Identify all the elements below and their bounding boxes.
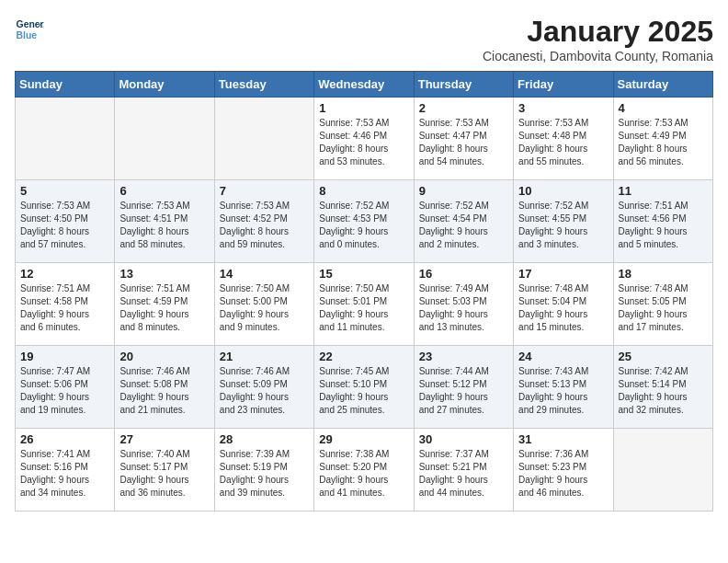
logo-icon: General Blue	[15, 15, 44, 44]
day-info: Sunrise: 7:45 AM Sunset: 5:10 PM Dayligh…	[319, 365, 408, 417]
day-cell: 22Sunrise: 7:45 AM Sunset: 5:10 PM Dayli…	[314, 346, 414, 429]
col-header-friday: Friday	[514, 72, 613, 98]
day-cell: 15Sunrise: 7:50 AM Sunset: 5:01 PM Dayli…	[314, 263, 414, 346]
day-cell: 30Sunrise: 7:37 AM Sunset: 5:21 PM Dayli…	[414, 429, 513, 511]
day-cell	[115, 98, 214, 180]
day-number: 25	[619, 350, 708, 363]
day-number: 13	[119, 267, 209, 281]
day-info: Sunrise: 7:39 AM Sunset: 5:19 PM Dayligh…	[220, 448, 309, 500]
day-cell: 19Sunrise: 7:47 AM Sunset: 5:06 PM Dayli…	[16, 346, 115, 429]
col-header-wednesday: Wednesday	[314, 72, 414, 98]
day-info: Sunrise: 7:42 AM Sunset: 5:14 PM Dayligh…	[619, 365, 708, 417]
day-number: 18	[619, 267, 708, 281]
day-info: Sunrise: 7:53 AM Sunset: 4:47 PM Dayligh…	[419, 117, 508, 168]
day-number: 4	[619, 101, 708, 115]
svg-text:Blue: Blue	[17, 30, 38, 40]
week-row-5: 26Sunrise: 7:41 AM Sunset: 5:16 PM Dayli…	[16, 429, 713, 511]
day-cell: 17Sunrise: 7:48 AM Sunset: 5:04 PM Dayli…	[514, 263, 613, 346]
day-info: Sunrise: 7:36 AM Sunset: 5:23 PM Dayligh…	[518, 448, 608, 500]
day-info: Sunrise: 7:40 AM Sunset: 5:17 PM Dayligh…	[119, 448, 209, 500]
day-cell: 31Sunrise: 7:36 AM Sunset: 5:23 PM Dayli…	[514, 429, 613, 511]
day-number: 15	[319, 267, 408, 281]
day-cell: 23Sunrise: 7:44 AM Sunset: 5:12 PM Dayli…	[414, 346, 513, 429]
day-number: 20	[119, 350, 209, 363]
day-cell: 20Sunrise: 7:46 AM Sunset: 5:08 PM Dayli…	[115, 346, 214, 429]
day-cell: 5Sunrise: 7:53 AM Sunset: 4:50 PM Daylig…	[16, 180, 115, 263]
day-cell: 11Sunrise: 7:51 AM Sunset: 4:56 PM Dayli…	[613, 180, 712, 263]
day-cell: 4Sunrise: 7:53 AM Sunset: 4:49 PM Daylig…	[613, 98, 712, 180]
page-header: General Blue January 2025 Ciocanesti, Da…	[15, 15, 713, 63]
title-block: January 2025 Ciocanesti, Dambovita Count…	[483, 15, 713, 63]
day-number: 9	[419, 184, 508, 198]
day-cell	[16, 98, 115, 180]
day-info: Sunrise: 7:51 AM Sunset: 4:59 PM Dayligh…	[119, 282, 209, 334]
day-header-row: SundayMondayTuesdayWednesdayThursdayFrid…	[16, 72, 713, 98]
day-info: Sunrise: 7:53 AM Sunset: 4:50 PM Dayligh…	[20, 200, 109, 251]
day-number: 17	[518, 267, 608, 281]
day-number: 27	[119, 432, 209, 446]
day-info: Sunrise: 7:43 AM Sunset: 5:13 PM Dayligh…	[518, 365, 608, 417]
day-info: Sunrise: 7:51 AM Sunset: 4:56 PM Dayligh…	[619, 200, 708, 251]
day-number: 6	[119, 184, 209, 198]
day-cell	[613, 429, 712, 511]
day-cell: 26Sunrise: 7:41 AM Sunset: 5:16 PM Dayli…	[16, 429, 115, 511]
day-info: Sunrise: 7:41 AM Sunset: 5:16 PM Dayligh…	[20, 448, 109, 500]
day-number: 5	[20, 184, 109, 198]
logo: General Blue	[15, 15, 44, 44]
day-number: 30	[419, 432, 508, 446]
day-cell: 3Sunrise: 7:53 AM Sunset: 4:48 PM Daylig…	[514, 98, 613, 180]
day-number: 10	[518, 184, 608, 198]
day-number: 7	[220, 184, 309, 198]
day-info: Sunrise: 7:53 AM Sunset: 4:48 PM Dayligh…	[518, 117, 608, 168]
day-number: 16	[419, 267, 508, 281]
calendar-subtitle: Ciocanesti, Dambovita County, Romania	[483, 49, 713, 63]
week-row-3: 12Sunrise: 7:51 AM Sunset: 4:58 PM Dayli…	[16, 263, 713, 346]
day-info: Sunrise: 7:46 AM Sunset: 5:09 PM Dayligh…	[220, 365, 309, 417]
day-info: Sunrise: 7:48 AM Sunset: 5:04 PM Dayligh…	[518, 282, 608, 334]
day-number: 19	[20, 350, 109, 363]
week-row-1: 1Sunrise: 7:53 AM Sunset: 4:46 PM Daylig…	[16, 98, 713, 180]
day-info: Sunrise: 7:37 AM Sunset: 5:21 PM Dayligh…	[419, 448, 508, 500]
day-cell: 1Sunrise: 7:53 AM Sunset: 4:46 PM Daylig…	[314, 98, 414, 180]
day-number: 8	[319, 184, 408, 198]
day-number: 28	[220, 432, 309, 446]
day-cell: 12Sunrise: 7:51 AM Sunset: 4:58 PM Dayli…	[16, 263, 115, 346]
calendar-title: January 2025	[483, 15, 713, 49]
day-number: 3	[518, 101, 608, 115]
day-number: 11	[619, 184, 708, 198]
day-number: 23	[419, 350, 508, 363]
day-cell	[214, 98, 313, 180]
day-info: Sunrise: 7:50 AM Sunset: 5:00 PM Dayligh…	[220, 282, 309, 334]
day-cell: 14Sunrise: 7:50 AM Sunset: 5:00 PM Dayli…	[214, 263, 313, 346]
day-cell: 7Sunrise: 7:53 AM Sunset: 4:52 PM Daylig…	[214, 180, 313, 263]
day-info: Sunrise: 7:52 AM Sunset: 4:53 PM Dayligh…	[319, 200, 408, 251]
day-cell: 18Sunrise: 7:48 AM Sunset: 5:05 PM Dayli…	[613, 263, 712, 346]
day-number: 31	[518, 432, 608, 446]
day-cell: 16Sunrise: 7:49 AM Sunset: 5:03 PM Dayli…	[414, 263, 513, 346]
day-cell: 28Sunrise: 7:39 AM Sunset: 5:19 PM Dayli…	[214, 429, 313, 511]
day-cell: 8Sunrise: 7:52 AM Sunset: 4:53 PM Daylig…	[314, 180, 414, 263]
day-info: Sunrise: 7:53 AM Sunset: 4:52 PM Dayligh…	[220, 200, 309, 251]
week-row-4: 19Sunrise: 7:47 AM Sunset: 5:06 PM Dayli…	[16, 346, 713, 429]
day-cell: 27Sunrise: 7:40 AM Sunset: 5:17 PM Dayli…	[115, 429, 214, 511]
day-info: Sunrise: 7:50 AM Sunset: 5:01 PM Dayligh…	[319, 282, 408, 334]
day-info: Sunrise: 7:52 AM Sunset: 4:55 PM Dayligh…	[518, 200, 608, 251]
day-number: 14	[220, 267, 309, 281]
day-cell: 10Sunrise: 7:52 AM Sunset: 4:55 PM Dayli…	[514, 180, 613, 263]
day-cell: 13Sunrise: 7:51 AM Sunset: 4:59 PM Dayli…	[115, 263, 214, 346]
day-number: 26	[20, 432, 109, 446]
day-number: 12	[20, 267, 109, 281]
day-info: Sunrise: 7:53 AM Sunset: 4:46 PM Dayligh…	[319, 117, 408, 168]
day-number: 22	[319, 350, 408, 363]
day-cell: 24Sunrise: 7:43 AM Sunset: 5:13 PM Dayli…	[514, 346, 613, 429]
week-row-2: 5Sunrise: 7:53 AM Sunset: 4:50 PM Daylig…	[16, 180, 713, 263]
day-number: 2	[419, 101, 508, 115]
col-header-tuesday: Tuesday	[214, 72, 313, 98]
day-info: Sunrise: 7:44 AM Sunset: 5:12 PM Dayligh…	[419, 365, 508, 417]
day-info: Sunrise: 7:53 AM Sunset: 4:49 PM Dayligh…	[619, 117, 708, 168]
day-number: 24	[518, 350, 608, 363]
day-cell: 2Sunrise: 7:53 AM Sunset: 4:47 PM Daylig…	[414, 98, 513, 180]
day-info: Sunrise: 7:49 AM Sunset: 5:03 PM Dayligh…	[419, 282, 508, 334]
day-info: Sunrise: 7:38 AM Sunset: 5:20 PM Dayligh…	[319, 448, 408, 500]
calendar-table: SundayMondayTuesdayWednesdayThursdayFrid…	[15, 71, 713, 511]
